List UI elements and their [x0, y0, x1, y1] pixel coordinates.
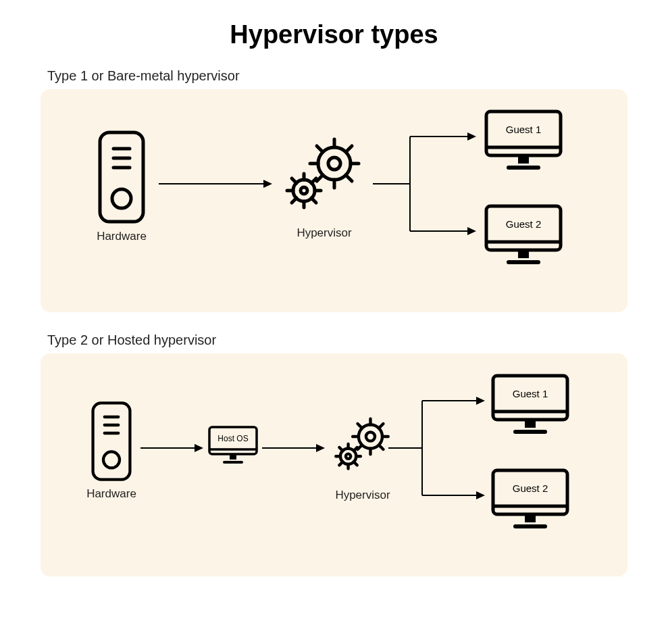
svg-line-61: [357, 424, 362, 428]
svg-point-55: [365, 432, 374, 441]
svg-marker-6: [263, 180, 272, 188]
type1-hardware-node: Hardware: [88, 130, 155, 243]
arrow-icon: [140, 441, 205, 455]
type1-hypervisor-label: Hypervisor: [277, 226, 371, 240]
svg-line-14: [317, 146, 323, 152]
svg-marker-30: [467, 132, 476, 141]
type2-hardware-node: Hardware: [81, 401, 142, 501]
svg-line-15: [346, 175, 352, 181]
gears-icon: [280, 133, 368, 214]
type2-hostos-node: Host OS: [206, 424, 260, 466]
monitor-icon: Guest 2: [490, 467, 571, 531]
svg-line-13: [346, 146, 352, 152]
svg-point-45: [103, 451, 120, 468]
svg-marker-32: [467, 227, 476, 235]
svg-rect-39: [518, 250, 529, 258]
monitor-icon: Guest 1: [490, 372, 571, 437]
type1-guest1-label: Guest 1: [506, 124, 542, 135]
monitor-icon: Guest 2: [483, 203, 564, 267]
type2-guest2-label: Guest 2: [513, 482, 548, 494]
svg-line-71: [339, 447, 342, 451]
svg-line-62: [378, 445, 383, 449]
svg-marker-77: [476, 397, 485, 405]
svg-marker-47: [195, 444, 203, 452]
arrow-icon: [262, 441, 326, 455]
branch-arrow-icon: [388, 380, 490, 516]
type2-guest2-node: Guest 2: [490, 467, 571, 531]
branch-arrow-icon: [373, 116, 481, 251]
svg-line-60: [378, 424, 383, 428]
type1-guest2-node: Guest 2: [483, 203, 564, 267]
type2-guest1-label: Guest 1: [513, 388, 548, 399]
svg-line-73: [339, 462, 342, 465]
type2-hardware-label: Hardware: [81, 487, 142, 501]
type2-heading: Type 2 or Hosted hypervisor: [47, 332, 627, 348]
type1-guest2-label: Guest 2: [506, 218, 542, 230]
svg-line-72: [353, 462, 357, 465]
arrow-icon: [159, 177, 274, 191]
svg-rect-86: [525, 514, 536, 522]
type2-hostos-label: Host OS: [217, 434, 248, 443]
svg-point-18: [301, 187, 307, 194]
type1-hardware-label: Hardware: [88, 230, 155, 243]
type1-guest1-node: Guest 1: [483, 108, 564, 172]
svg-marker-79: [476, 491, 485, 499]
type1-panel: Hardware: [41, 89, 627, 312]
page-title: Hypervisor types: [41, 20, 627, 49]
type1-heading: Type 1 or Bare-metal hypervisor: [47, 68, 627, 84]
server-icon: [95, 130, 149, 224]
type2-panel: Hardware Host OS: [41, 353, 627, 576]
svg-line-26: [292, 198, 297, 203]
svg-line-24: [292, 178, 297, 183]
svg-line-25: [311, 198, 316, 203]
monitor-icon: Host OS: [207, 424, 259, 466]
svg-line-23: [311, 178, 316, 183]
monitor-icon: Guest 1: [483, 108, 564, 172]
type1-hypervisor-node: Hypervisor: [277, 133, 371, 240]
svg-rect-35: [518, 155, 529, 164]
svg-rect-82: [525, 420, 536, 428]
type2-guest1-node: Guest 1: [490, 372, 571, 437]
svg-point-4: [112, 189, 131, 208]
svg-rect-50: [230, 454, 236, 460]
svg-point-65: [345, 454, 350, 459]
gears-icon: [331, 414, 395, 474]
svg-point-8: [328, 157, 340, 170]
server-icon: [88, 401, 135, 482]
svg-marker-53: [316, 444, 325, 452]
